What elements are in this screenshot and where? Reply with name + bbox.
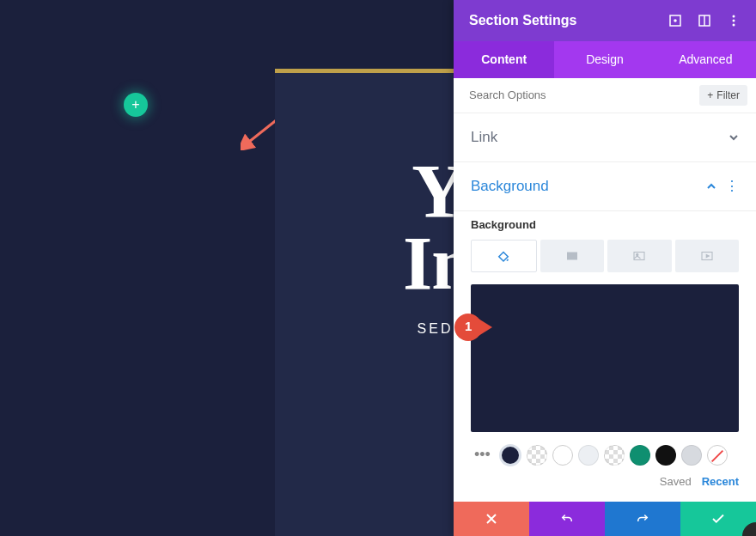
panel-header: Section Settings: [454, 0, 756, 41]
background-sublabel: Background: [471, 218, 739, 231]
tab-design[interactable]: Design: [554, 41, 655, 77]
kebab-icon[interactable]: ⋮: [725, 178, 739, 194]
close-icon: [485, 513, 497, 525]
annotation-marker: 1: [454, 314, 494, 343]
tab-advanced[interactable]: Advanced: [655, 41, 756, 77]
accordion-link[interactable]: Link: [454, 113, 756, 162]
plus-icon: +: [131, 97, 139, 113]
saved-tab[interactable]: Saved: [660, 475, 692, 488]
accordion-label: Link: [471, 129, 729, 146]
svg-point-5: [733, 15, 735, 18]
swatch-transparent-2[interactable]: [604, 445, 625, 466]
panel-title: Section Settings: [469, 13, 668, 28]
check-icon: [710, 511, 726, 527]
swatch-light-grey[interactable]: [578, 445, 599, 466]
gradient-icon: [564, 248, 580, 264]
recent-tab[interactable]: Recent: [702, 475, 739, 488]
svg-point-7: [733, 24, 735, 27]
image-icon: [631, 248, 647, 264]
undo-button[interactable]: [529, 502, 605, 536]
svg-point-2: [674, 20, 676, 21]
search-row: + Filter: [454, 78, 756, 113]
bg-tab-color[interactable]: [471, 240, 537, 272]
filter-button[interactable]: + Filter: [699, 85, 747, 106]
background-type-tabs: [471, 240, 739, 272]
swatch-black[interactable]: [655, 445, 676, 466]
accordion-label: Background: [471, 178, 706, 195]
svg-rect-9: [634, 252, 644, 259]
background-body: Background 1 •••: [454, 211, 756, 502]
svg-point-6: [733, 20, 735, 22]
chevron-down-icon: [729, 132, 739, 143]
swatch-row: •••: [471, 444, 739, 466]
undo-icon: [559, 511, 575, 527]
panel-actions: [454, 502, 756, 536]
tab-content[interactable]: Content: [454, 41, 554, 77]
video-icon: [699, 248, 715, 264]
paint-bucket-icon: [496, 248, 511, 264]
svg-rect-8: [567, 252, 577, 259]
add-section-button[interactable]: +: [124, 93, 148, 117]
redo-icon: [635, 511, 650, 527]
chevron-up-icon: [706, 181, 716, 192]
plus-icon: +: [707, 89, 713, 101]
swatch-none[interactable]: [707, 445, 728, 466]
swatch-dark-navy[interactable]: [499, 444, 521, 466]
columns-icon[interactable]: [698, 14, 711, 27]
settings-panel: Section Settings Content Design Advanced…: [454, 0, 756, 536]
bg-tab-gradient[interactable]: [540, 240, 605, 272]
kebab-icon[interactable]: [727, 14, 741, 27]
more-swatches-button[interactable]: •••: [471, 446, 494, 464]
search-input[interactable]: [469, 88, 699, 101]
redo-button[interactable]: [605, 502, 680, 536]
accordion-background[interactable]: Background ⋮: [454, 162, 756, 211]
swatch-transparent[interactable]: [527, 445, 547, 466]
bg-tab-image[interactable]: [607, 240, 672, 272]
swatch-filters: Saved Recent: [471, 475, 739, 488]
swatch-grey[interactable]: [681, 445, 702, 466]
swatch-white[interactable]: [552, 445, 573, 466]
expand-icon[interactable]: [668, 14, 682, 27]
panel-tabs: Content Design Advanced: [454, 41, 756, 77]
bg-tab-video[interactable]: [675, 240, 740, 272]
color-preview[interactable]: 1: [471, 284, 739, 432]
close-button[interactable]: [454, 502, 529, 536]
swatch-teal[interactable]: [630, 445, 650, 466]
